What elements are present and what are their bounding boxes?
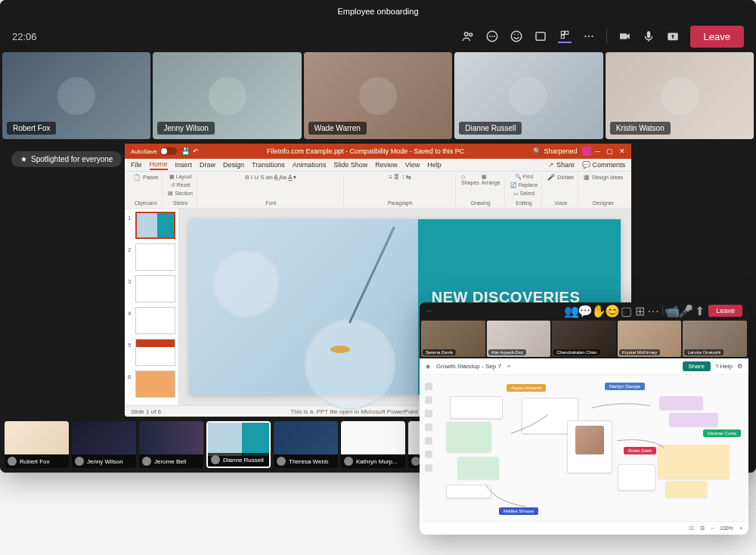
- mic-icon[interactable]: 🎤: [681, 306, 690, 315]
- tray-item[interactable]: Jerome Bell: [139, 421, 203, 468]
- close-icon[interactable]: ✕: [619, 147, 625, 155]
- leave-button[interactable]: Leave: [690, 26, 744, 48]
- video-tile[interactable]: Kristin Watson: [606, 52, 754, 139]
- video-tile[interactable]: Chandrakalan Chan: [552, 321, 616, 357]
- slide-thumb[interactable]: 6: [128, 371, 175, 398]
- maximize-icon[interactable]: ▢: [606, 147, 613, 155]
- camera-icon[interactable]: 📹: [668, 306, 677, 315]
- tray-item[interactable]: Theresa Webb: [274, 421, 338, 468]
- sticky-note[interactable]: [659, 396, 703, 410]
- svg-point-8: [584, 36, 586, 37]
- sticky-note[interactable]: [665, 481, 707, 498]
- share-button[interactable]: Share: [683, 361, 711, 371]
- sticky-note[interactable]: [457, 457, 499, 479]
- autosave-toggle[interactable]: AutoSave: [131, 147, 177, 155]
- save-icon[interactable]: 💾: [181, 147, 190, 155]
- more-icon[interactable]: [582, 29, 596, 43]
- teams-meeting-window-secondary: ⋯ 👥 💬 ✋ 😊 ▢ ⊞ ⋯ 📹 🎤 ⬆ Leave Serena Davis…: [420, 302, 748, 535]
- menu-slideshow[interactable]: Slide Show: [333, 161, 367, 169]
- sec-toolbar: ⋯ 👥 💬 ✋ 😊 ▢ ⊞ ⋯ 📹 🎤 ⬆ Leave: [420, 302, 748, 319]
- layers-icon[interactable]: ☰: [700, 526, 705, 532]
- slide-thumb[interactable]: 2: [128, 243, 175, 271]
- share-icon[interactable]: [666, 29, 680, 43]
- help-button[interactable]: ? Help: [715, 363, 733, 370]
- zoom-in-icon[interactable]: +: [739, 526, 742, 531]
- eraser-tool[interactable]: [425, 451, 432, 458]
- note-tool[interactable]: [425, 437, 432, 445]
- chat-icon[interactable]: [485, 29, 499, 43]
- reactions-icon[interactable]: [510, 29, 523, 43]
- reactions-icon[interactable]: 😊: [608, 306, 617, 315]
- menu-insert[interactable]: Insert: [175, 161, 193, 169]
- video-tile[interactable]: Wade Warren: [304, 52, 452, 139]
- slide-thumb[interactable]: 1: [128, 212, 175, 239]
- raise-hand-icon[interactable]: ✋: [594, 306, 603, 315]
- pen-tool[interactable]: [425, 396, 432, 404]
- sticky-note[interactable]: [658, 445, 730, 479]
- video-tile[interactable]: Dianne Russell: [454, 52, 603, 139]
- rooms-icon[interactable]: [534, 29, 547, 43]
- video-tile[interactable]: Laruka Onatoshi: [683, 321, 747, 357]
- slide-thumbnails[interactable]: 1 2 3 4 5 6: [125, 209, 179, 405]
- tray-item[interactable]: Kathryn Murp...: [341, 421, 405, 468]
- more-tool[interactable]: [425, 464, 432, 472]
- video-tile[interactable]: Jenny Wilson: [153, 52, 301, 139]
- user-tag: Desirae Curtis: [703, 429, 741, 437]
- zoom-out-icon[interactable]: −: [711, 526, 714, 531]
- apps-icon[interactable]: ⊞: [635, 306, 644, 315]
- user-avatar[interactable]: [582, 147, 591, 156]
- tray-item[interactable]: Dianne Russell: [206, 421, 271, 468]
- svg-point-10: [591, 36, 593, 37]
- people-icon[interactable]: 👥: [567, 306, 576, 315]
- chat-icon[interactable]: 💬: [581, 306, 590, 315]
- meeting-duration: 22:06: [12, 31, 37, 42]
- sticky-note[interactable]: [446, 485, 491, 498]
- whiteboard-canvas[interactable]: Aayan Alsberht Marilyn George Robin Dash…: [420, 375, 748, 521]
- sticky-note[interactable]: [450, 396, 503, 419]
- sticky-card[interactable]: [567, 420, 612, 473]
- sticky-note[interactable]: [446, 422, 491, 452]
- minimize-icon[interactable]: ─: [596, 147, 600, 155]
- video-tile[interactable]: Alai Aoyedi-Diot: [487, 321, 551, 357]
- menu-design[interactable]: Design: [223, 161, 244, 169]
- menu-file[interactable]: File: [131, 161, 142, 169]
- slide-thumb[interactable]: 4: [128, 307, 175, 334]
- menu-review[interactable]: Review: [375, 161, 398, 169]
- shape-tool[interactable]: [425, 410, 432, 417]
- sticky-note[interactable]: [618, 464, 655, 491]
- search-icon[interactable]: 🔍: [533, 147, 541, 155]
- pointer-tool[interactable]: [425, 383, 432, 390]
- participant-name: Jenny Wilson: [157, 122, 214, 135]
- slide-thumb[interactable]: 5: [128, 339, 175, 366]
- menu-transitions[interactable]: Transitions: [252, 161, 285, 169]
- menu-draw[interactable]: Draw: [200, 161, 215, 169]
- settings-icon[interactable]: ⚙: [737, 363, 742, 370]
- share-button[interactable]: ↗ Share: [548, 161, 575, 169]
- people-icon[interactable]: [461, 29, 475, 43]
- video-tile[interactable]: Serena Davis: [421, 321, 485, 357]
- apps-icon[interactable]: [558, 29, 572, 43]
- rooms-icon[interactable]: ▢: [621, 306, 631, 315]
- slide-thumb[interactable]: 3: [128, 275, 175, 302]
- zoom-level[interactable]: 100%: [720, 526, 733, 531]
- comments-button[interactable]: 💬 Comments: [582, 161, 625, 169]
- menu-view[interactable]: View: [405, 161, 420, 169]
- mic-icon[interactable]: [642, 29, 655, 43]
- leave-button[interactable]: Leave: [708, 305, 742, 317]
- sticky-note[interactable]: [669, 413, 718, 426]
- text-tool[interactable]: [425, 423, 432, 431]
- undo-icon[interactable]: ↶: [193, 147, 199, 155]
- tray-item[interactable]: Jenny Wilson: [72, 421, 136, 468]
- fit-icon[interactable]: ⊡: [689, 526, 694, 532]
- menu-help[interactable]: Help: [427, 161, 442, 169]
- svg-rect-11: [646, 31, 650, 38]
- video-tile[interactable]: Krystal McKinney: [618, 321, 682, 357]
- tray-item[interactable]: Robert Fox: [5, 421, 69, 468]
- more-icon[interactable]: ⋯: [649, 306, 658, 315]
- camera-icon[interactable]: [618, 29, 631, 43]
- menu-home[interactable]: Home: [150, 160, 168, 170]
- menu-animations[interactable]: Animations: [293, 161, 327, 169]
- svg-rect-4: [536, 33, 545, 41]
- video-tile[interactable]: Robert Fox: [2, 52, 150, 139]
- share-icon[interactable]: ⬆: [695, 306, 704, 315]
